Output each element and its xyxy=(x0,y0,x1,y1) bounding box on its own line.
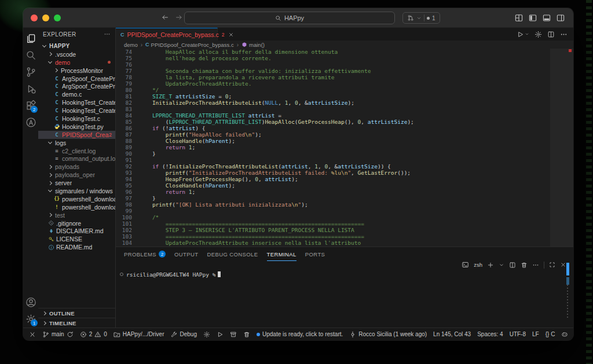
close-window-button[interactable] xyxy=(31,14,38,21)
breadcrumb-ppidspoof-createproc-bypass-c[interactable]: CPPIDSpoof_CreateProc_bypass.c xyxy=(145,42,234,48)
code-line-77[interactable]: 77 Seconda chiamata con buffer valido: i… xyxy=(116,68,573,74)
code-line-87[interactable]: 87 printf("HeapAlloc failed\n"); xyxy=(116,131,573,138)
breadcrumb-main[interactable]: main() xyxy=(241,42,265,48)
status-build-variant[interactable]: Debug xyxy=(171,331,197,338)
tree-item-ppidspoof-createpro[interactable]: CPPIDSpoof_CreatePro...2 xyxy=(38,131,115,139)
code-line-89[interactable]: 89 return 1; xyxy=(116,144,573,150)
code-line-85[interactable]: 85 (LPPROC_THREAD_ATTRIBUTE_LIST)HeapAll… xyxy=(116,119,573,125)
split-editor-button[interactable] xyxy=(547,31,555,38)
activity-item-extensions[interactable]: 2 xyxy=(23,97,38,114)
tree-item-disclaimer-md[interactable]: DISCLAIMER.md xyxy=(38,227,115,235)
tree-item-happy[interactable]: HAPPY xyxy=(38,42,115,50)
tree-item-hookingtest-py[interactable]: HookingTest.py xyxy=(38,123,115,131)
toggle-primary-sidebar-button[interactable] xyxy=(528,13,537,23)
kill-terminal-button[interactable] xyxy=(521,262,528,269)
code-line-97[interactable]: 97 } xyxy=(116,195,573,201)
tree-item-sigmarules-windows[interactable]: sigmarules / windows xyxy=(38,187,115,195)
zoom-window-button[interactable] xyxy=(54,14,61,21)
tree-item-hookingtest-c[interactable]: CHookingTest.c xyxy=(38,115,115,123)
code-area[interactable]: 74 HeapAlloc alloca il buffer della dime… xyxy=(116,49,573,247)
status-git-blame[interactable]: Rocco Sicilia (1 week ago) xyxy=(349,331,427,338)
status-encoding[interactable]: UTF-8 xyxy=(510,331,526,337)
terminal-scrollbar[interactable] xyxy=(566,263,569,319)
code-line-75[interactable]: 75 nell'heap del processo corrente. xyxy=(116,55,573,61)
tree-item-argspoof-createproc-byp[interactable]: CArgSpoof_CreateProc_byp... xyxy=(38,75,115,83)
tree-item-c2-client-log[interactable]: ≡c2_client.log xyxy=(38,147,115,155)
terminal-content[interactable]: rsicilia@PRGWG4LTW4 HAPpy % xyxy=(116,269,573,328)
status-build-button[interactable] xyxy=(203,331,210,338)
minimize-window-button[interactable] xyxy=(42,14,49,21)
panel-tab-output[interactable]: OUTPUT xyxy=(174,247,198,261)
status-clear-button[interactable] xyxy=(243,331,250,338)
tree-item-test[interactable]: test xyxy=(38,211,115,219)
activity-item-accounts[interactable] xyxy=(23,294,38,311)
activity-item-settings[interactable]: 1 xyxy=(23,311,38,328)
code-line-102[interactable]: 102 STEP 3 — INSERISCE L'ATTRIBUTO PAREN… xyxy=(116,227,573,233)
customize-layout-button[interactable] xyxy=(514,13,524,23)
code-line-83[interactable]: 83 xyxy=(116,106,573,112)
command-center-search[interactable]: HAPpy xyxy=(184,12,395,24)
status-problems-summary[interactable]: 20 xyxy=(80,331,107,338)
new-terminal-button[interactable] xyxy=(487,262,494,269)
breadcrumb-demo[interactable]: demo xyxy=(124,42,138,48)
status-copilot[interactable] xyxy=(561,331,568,338)
code-line-96[interactable]: 96 return 1; xyxy=(116,189,573,195)
explorer-more-actions-button[interactable] xyxy=(104,31,111,38)
panel-tab-problems[interactable]: PROBLEMS2 xyxy=(124,247,166,261)
code-line-91[interactable]: 91 xyxy=(116,157,573,163)
editor-settings-button[interactable] xyxy=(535,31,542,38)
run-or-debug-button[interactable] xyxy=(517,31,529,38)
panel-tab-ports[interactable]: PORTS xyxy=(305,247,325,261)
tree-item-payloads-oper[interactable]: payloads_oper xyxy=(38,171,115,179)
tree-item-payloads[interactable]: payloads xyxy=(38,163,115,171)
tree-item-license[interactable]: LICENSE xyxy=(38,235,115,243)
panel-more-actions-button[interactable] xyxy=(532,262,539,269)
toggle-panel-button[interactable] xyxy=(542,13,551,23)
code-line-94[interactable]: 94 HeapFree(GetProcessHeap(), 0, attrLis… xyxy=(116,176,573,182)
timeline-section[interactable]: TIMELINE xyxy=(38,318,115,328)
code-line-98[interactable]: 98 printf("[OK] Lista attributi iniziali… xyxy=(116,201,573,208)
activity-item-explorer[interactable] xyxy=(23,30,38,47)
tree-item-demo[interactable]: demo xyxy=(38,58,115,67)
tree-item-gitignore[interactable]: .gitignore xyxy=(38,219,115,227)
code-line-104[interactable]: 104 UpdateProcThreadAttribute inserisce … xyxy=(116,240,573,246)
activity-item-source-control[interactable] xyxy=(23,64,38,80)
code-line-99[interactable]: 99 xyxy=(116,208,573,214)
tree-item-demo-c[interactable]: Cdemo.c xyxy=(38,90,115,98)
status-debug-target[interactable] xyxy=(230,331,237,338)
status-update-message[interactable]: Update is ready, click to restart. xyxy=(257,331,343,337)
status-remote-indicator[interactable] xyxy=(29,331,36,338)
tree-item-server[interactable]: server xyxy=(38,179,115,187)
code-line-78[interactable]: 78 la lista, preparandola a ricevere att… xyxy=(116,74,573,80)
tree-item-vscode[interactable]: .vscode xyxy=(38,50,115,58)
split-terminal-button[interactable] xyxy=(509,262,516,269)
status-indentation[interactable]: Spaces: 4 xyxy=(477,331,503,337)
status-active-folder[interactable]: HAPpy/.../Driver xyxy=(114,331,164,338)
code-line-88[interactable]: 88 CloseHandle(hParent); xyxy=(116,138,573,144)
code-line-80[interactable]: 80 */ xyxy=(116,87,573,93)
status-language-mode[interactable]: {} C xyxy=(546,331,555,337)
status-cursor-position[interactable]: Ln 145, Col 43 xyxy=(433,331,471,337)
editor-more-actions-button[interactable] xyxy=(560,31,568,38)
editor-tab[interactable]: C PPIDSpoof_CreateProc_bypass.c 2 xyxy=(116,28,218,41)
status-git-branch[interactable]: main xyxy=(42,331,74,338)
code-line-93[interactable]: 93 printf("InitializeProcThreadAttribute… xyxy=(116,170,573,176)
code-line-92[interactable]: 92 if (!InitializeProcThreadAttributeLis… xyxy=(116,163,573,170)
outline-section[interactable]: OUTLINE xyxy=(38,308,115,318)
code-line-95[interactable]: 95 CloseHandle(hParent); xyxy=(116,182,573,189)
tree-item-argspoof-createproc-nor[interactable]: CArgSpoof_CreateProc_nor... xyxy=(38,82,115,90)
status-eol[interactable]: LF xyxy=(532,331,539,337)
code-line-101[interactable]: 101 ====================================… xyxy=(116,220,573,227)
terminal-profile-dropdown[interactable] xyxy=(499,262,504,268)
tree-item-readme-md[interactable]: README.md xyxy=(38,243,115,251)
close-panel-button[interactable] xyxy=(560,262,566,268)
panel-tab-terminal[interactable]: TERMINAL xyxy=(267,247,296,261)
code-line-103[interactable]: 103 ====================================… xyxy=(116,233,573,240)
code-line-90[interactable]: 90 } xyxy=(116,150,573,157)
maximize-panel-button[interactable] xyxy=(549,262,555,268)
code-line-79[interactable]: 79 UpdateProcThreadAttribute. xyxy=(116,80,573,87)
forward-button[interactable] xyxy=(175,13,183,21)
source-control-graph-button[interactable]: 1 xyxy=(402,12,440,24)
tree-item-processmonitor[interactable]: ProcessMonitor xyxy=(38,67,115,75)
activity-item-a-extension[interactable] xyxy=(23,114,38,131)
